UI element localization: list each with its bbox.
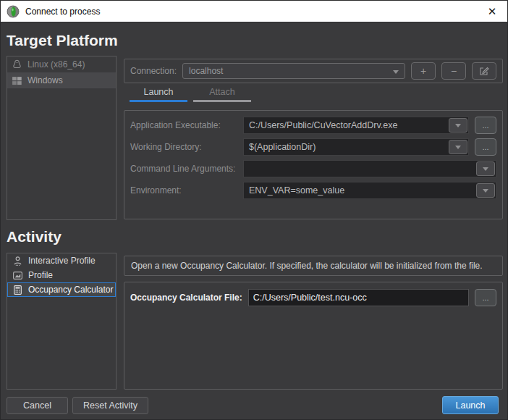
occupancy-file-input[interactable] <box>248 289 469 306</box>
nsight-app-icon <box>7 5 20 18</box>
application-executable-browse-button[interactable]: ... <box>475 117 496 134</box>
command-line-arguments-row: Command Line Arguments: <box>130 160 496 177</box>
command-line-arguments-label: Command Line Arguments: <box>130 164 237 174</box>
activity-heading: Activity <box>7 228 62 245</box>
activity-item-occupancy-calculator[interactable]: Occupancy Calculator <box>7 282 116 297</box>
command-line-arguments-combo[interactable] <box>243 160 496 177</box>
tab-launch-label: Launch <box>143 87 173 97</box>
connection-label: Connection: <box>130 66 177 76</box>
working-directory-label: Working Directory: <box>130 142 237 152</box>
working-directory-value: $(ApplicationDir) <box>249 142 316 152</box>
reset-activity-button[interactable]: Reset Activity <box>72 397 148 414</box>
application-executable-combo[interactable]: C:/Users/Public/CuVectorAddDrv.exe <box>243 117 469 134</box>
tab-launch-underline <box>130 100 187 102</box>
activity-item-interactive-profile[interactable]: Interactive Profile <box>7 253 116 268</box>
occupancy-calculator-group: Occupancy Calculator File: ... <box>124 282 503 390</box>
platform-item-linux[interactable]: Linux (x86_64) <box>7 56 116 72</box>
activity-description-box: Open a new Occupancy Calculator. If spec… <box>124 256 503 276</box>
tab-attach-label: Attach <box>209 87 234 97</box>
activity-list: Interactive Profile Profile <box>7 253 117 390</box>
tab-launch[interactable]: Launch <box>130 87 187 102</box>
application-executable-label: Application Executable: <box>130 120 237 130</box>
edit-pencil-icon <box>479 66 489 76</box>
platform-item-windows[interactable]: Windows <box>7 72 116 88</box>
application-executable-row: Application Executable: C:/Users/Public/… <box>130 117 496 134</box>
connect-to-process-dialog: Connect to process ✕ Target Platform Lin… <box>0 0 508 420</box>
chevron-down-icon <box>393 70 399 74</box>
environment-row: Environment: ENV_VAR=some_value <box>130 182 496 199</box>
chevron-down-icon <box>483 189 488 193</box>
edit-connection-button[interactable] <box>472 62 496 80</box>
minus-icon: − <box>451 65 457 77</box>
environment-value: ENV_VAR=some_value <box>249 185 344 196</box>
linux-penguin-icon <box>12 59 22 70</box>
launch-settings-group: Application Executable: C:/Users/Public/… <box>124 110 503 219</box>
occupancy-file-label: Occupancy Calculator File: <box>130 293 242 303</box>
windows-logo-icon <box>12 75 22 86</box>
plus-icon: + <box>420 65 426 77</box>
title-bar: Connect to process ✕ <box>1 1 507 22</box>
profile-chart-icon <box>12 270 23 281</box>
window-title: Connect to process <box>25 7 100 17</box>
application-executable-value: C:/Users/Public/CuVectorAddDrv.exe <box>249 120 397 130</box>
working-directory-combo[interactable]: $(ApplicationDir) <box>243 138 469 156</box>
chevron-down-icon <box>455 124 461 127</box>
working-directory-dropdown-button[interactable] <box>449 140 467 154</box>
environment-combo[interactable]: ENV_VAR=some_value <box>243 182 496 199</box>
launch-button[interactable]: Launch <box>442 396 499 414</box>
activity-item-profile[interactable]: Profile <box>7 268 116 282</box>
connection-group: Connection: localhost + − <box>124 59 503 83</box>
platform-label: Windows <box>27 75 63 85</box>
close-icon[interactable]: ✕ <box>480 2 504 21</box>
activity-label: Occupancy Calculator <box>28 285 113 295</box>
chevron-down-icon <box>455 146 461 149</box>
add-connection-button[interactable]: + <box>411 62 436 80</box>
tab-attach[interactable]: Attach <box>193 87 251 102</box>
activity-label: Profile <box>28 270 53 280</box>
working-directory-row: Working Directory: $(ApplicationDir) ... <box>130 138 496 156</box>
environment-label: Environment: <box>130 185 237 196</box>
chevron-down-icon <box>483 167 488 171</box>
platform-list: Linux (x86_64) Windows <box>7 56 117 220</box>
tab-attach-underline <box>193 100 251 102</box>
occupancy-calculator-icon <box>12 285 23 295</box>
target-platform-heading: Target Platform <box>7 32 118 49</box>
connection-value: localhost <box>189 66 223 76</box>
interactive-profile-person-icon <box>12 256 23 266</box>
cancel-button[interactable]: Cancel <box>7 397 68 414</box>
working-directory-browse-button[interactable]: ... <box>475 138 496 156</box>
command-line-arguments-dropdown-button[interactable] <box>476 161 495 176</box>
connection-combo[interactable]: localhost <box>182 63 405 79</box>
occupancy-file-row: Occupancy Calculator File: ... <box>130 289 496 306</box>
remove-connection-button[interactable]: − <box>441 62 466 80</box>
platform-label: Linux (x86_64) <box>27 59 85 70</box>
application-executable-dropdown-button[interactable] <box>449 118 467 133</box>
dialog-body: Target Platform Linux (x86_64) Windows <box>1 23 507 419</box>
launch-attach-tabs: Launch Attach <box>130 87 251 102</box>
activity-description: Open a new Occupancy Calculator. If spec… <box>131 261 483 271</box>
activity-label: Interactive Profile <box>28 256 96 266</box>
environment-dropdown-button[interactable] <box>476 183 495 198</box>
occupancy-file-browse-button[interactable]: ... <box>475 289 496 306</box>
